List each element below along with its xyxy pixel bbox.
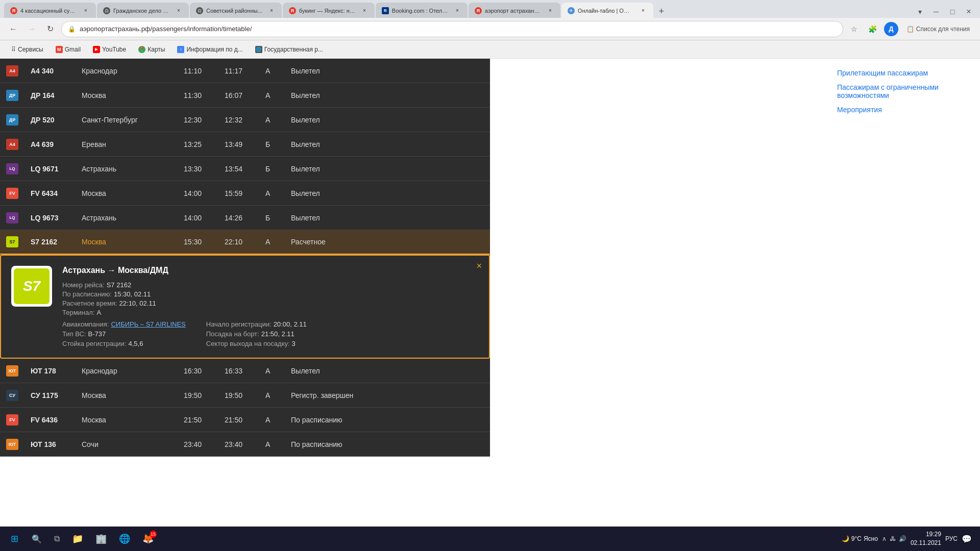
tab-2[interactable]: ⚖ Гражданское дело 8... × — [97, 3, 189, 19]
bookmark-maps[interactable]: 📍 Карты — [133, 43, 170, 56]
flight-row[interactable]: A4 А4 340 Краснодар 11:10 11:17 А Вылете… — [0, 59, 490, 83]
popup-close-button[interactable]: × — [476, 261, 482, 271]
content-area: A4 А4 340 Краснодар 11:10 11:17 А Вылете… — [0, 59, 980, 551]
tabs-overflow: ▾ ─ □ × — [913, 5, 976, 19]
flight-row[interactable]: ДР ДР 164 Москва 11:30 16:07 А Вылетел — [0, 83, 490, 108]
bookmark-star-button[interactable]: ☆ — [847, 22, 862, 36]
flight-row[interactable]: СУ СУ 1175 Москва 19:50 19:50 А Регистр.… — [0, 383, 490, 408]
flight-row[interactable]: A4 А4 639 Ереван 13:25 13:49 Б Вылетел — [0, 132, 490, 157]
logo-box: ДР — [6, 114, 18, 126]
reading-list-button[interactable]: 📋 Список для чтения — [902, 23, 974, 35]
airline-link[interactable]: СИБИРЬ – S7 AIRLINES — [111, 320, 185, 328]
tab-5-label: Booking.com : Отели... — [392, 8, 448, 14]
tab-3[interactable]: ⚖ Советский районны... × — [190, 3, 282, 19]
clock-display[interactable]: 19:29 02.11.2021 — [911, 530, 941, 547]
state-icon: 🌐 — [255, 46, 262, 53]
terminal: А — [259, 189, 285, 197]
bookmark-state[interactable]: 🌐 Государственная р... — [250, 43, 328, 56]
flight-number: LQ 9673 — [24, 214, 76, 222]
flight-status: Вылетел — [285, 67, 361, 75]
tab-3-close[interactable]: × — [267, 7, 276, 15]
airline-logo-lq-9673: LQ — [0, 212, 24, 223]
airline-logo-su-1175: СУ — [0, 390, 24, 401]
flight-destination-orange: Москва — [76, 238, 178, 246]
security-icon: 🔒 — [68, 26, 76, 33]
tab-2-close[interactable]: × — [175, 7, 183, 15]
reg-start-value: 20:00, 2.11 — [274, 320, 307, 328]
flight-destination: Москва — [76, 416, 178, 424]
airline-label: Авиакомпания: — [62, 320, 109, 328]
flight-row[interactable]: ЮТ ЮТ 136 Сочи 23:40 23:40 А По расписан… — [0, 432, 490, 457]
bookmark-info[interactable]: i Информация по д... — [172, 43, 248, 56]
tab-6[interactable]: Я аэропорт астрахань... × — [469, 3, 560, 19]
flight-row[interactable]: ЮТ ЮТ 178 Краснодар 16:30 16:33 А Вылете… — [0, 359, 490, 383]
taskbar-right-area: 🌙 9°С Ясно ∧ 🖧 🔊 19:29 02.11.2021 РУС 💬 — [842, 530, 976, 547]
chevron-up-icon[interactable]: ∧ — [882, 535, 887, 542]
taskbar-app-15[interactable]: 🦊 15 — [137, 529, 159, 549]
weather-icon: 🌙 — [842, 535, 849, 542]
logo-box: СУ — [6, 390, 18, 401]
back-button[interactable]: ← — [6, 22, 20, 36]
forward-button[interactable]: → — [24, 22, 39, 36]
bookmark-services[interactable]: ⠿ Сервисы — [6, 43, 48, 56]
flight-row[interactable]: LQ LQ 9673 Астрахань 14:00 14:26 Б Вылет… — [0, 206, 490, 230]
taskbar-file-explorer[interactable]: 📁 — [67, 529, 88, 549]
tab-6-close[interactable]: × — [546, 7, 554, 15]
bookmark-youtube[interactable]: ▶ YouTube — [88, 43, 131, 56]
airline-logo-lq-9671: LQ — [0, 163, 24, 174]
scheduled-time: 13:25 — [178, 140, 218, 148]
flight-row[interactable]: FV FV 6434 Москва 14:00 15:59 А Вылетел — [0, 181, 490, 206]
extension-puzzle-button[interactable]: 🧩 — [866, 22, 880, 36]
sidebar-link-events[interactable]: Мероприятия — [837, 106, 970, 114]
tab-1[interactable]: Я 4 кассационный суд... × — [4, 3, 96, 19]
tab-5[interactable]: B Booking.com : Отели... × — [376, 3, 468, 19]
notification-center-icon[interactable]: 💬 — [962, 534, 972, 544]
sidebar-link-accessibility[interactable]: Пассажирам с ограниченными возможностями — [837, 83, 970, 99]
popup-actual-line: Расчетное время: 22:10, 02.11 — [62, 299, 479, 307]
flight-number: А4 340 — [24, 67, 76, 75]
logo-box: LQ — [6, 212, 18, 223]
reading-icon: 📋 — [906, 26, 914, 33]
taskbar-search[interactable]: 🔍 — [27, 529, 47, 549]
flight-row-s7-2162[interactable]: S7 S7 2162 Москва 15:30 22:10 А Расчетно… — [0, 230, 490, 255]
tab-1-close[interactable]: × — [82, 7, 90, 15]
flight-row[interactable]: LQ LQ 9671 Астрахань 13:30 13:54 Б Вылет… — [0, 157, 490, 181]
tab-5-close[interactable]: × — [453, 7, 461, 15]
flight-destination: Краснодар — [76, 67, 178, 75]
tab-7-close[interactable]: × — [639, 7, 647, 15]
logo-box: FV — [6, 414, 18, 425]
refresh-button[interactable]: ↻ — [43, 22, 57, 36]
close-window-button[interactable]: × — [962, 5, 976, 19]
start-button[interactable]: ⊞ — [4, 529, 24, 549]
bookmark-gmail[interactable]: M Gmail — [51, 43, 86, 56]
popup-regstart-line: Начало регистрации: 20:00, 2.11 — [206, 320, 307, 328]
actual-label: Расчетное время: — [62, 299, 117, 307]
terminal: Б — [259, 140, 285, 148]
profile-avatar[interactable]: Д — [884, 22, 898, 36]
browser-frame: Я 4 кассационный суд... × ⚖ Гражданское … — [0, 0, 980, 551]
address-bar[interactable]: 🔒 аэропортастрахань.рф/passengers/inform… — [61, 21, 843, 37]
flight-status: Вылетел — [285, 91, 361, 99]
tab-7-label: Онлайн-табло | Офи... — [578, 8, 634, 14]
sidebar-link-arriving[interactable]: Прилетающим пассажирам — [837, 69, 970, 77]
taskbar-task-view[interactable]: ⧉ — [49, 529, 65, 549]
new-tab-button[interactable]: + — [654, 5, 669, 19]
minimize-button[interactable]: ─ — [929, 5, 943, 19]
flight-row[interactable]: ДР ДР 520 Санкт-Петербург 12:30 12:32 А … — [0, 108, 490, 132]
tab-4[interactable]: Я букинг — Яндекс: на... × — [283, 3, 375, 19]
flight-status: Вылетел — [285, 165, 361, 173]
tab-4-close[interactable]: × — [360, 7, 369, 15]
current-time: 19:29 — [911, 530, 941, 539]
scheduled-time: 15:30 — [178, 238, 218, 246]
tab-7[interactable]: ✈ Онлайн-табло | Офи... × — [561, 3, 653, 19]
flight-row[interactable]: FV FV 6436 Москва 21:50 21:50 А По распи… — [0, 408, 490, 432]
taskbar-chrome[interactable]: 🌐 — [114, 529, 135, 549]
taskbar-office[interactable]: 🏢 — [90, 529, 112, 549]
language-indicator[interactable]: РУС — [945, 535, 958, 542]
tabs-dropdown-button[interactable]: ▾ — [913, 5, 927, 19]
flight-status: По расписанию — [285, 416, 361, 424]
airline-logo-a4-340: A4 — [0, 65, 24, 77]
popup-flight-number-line: Номер рейса: S7 2162 — [62, 281, 479, 289]
restore-button[interactable]: □ — [945, 5, 960, 19]
flight-number: FV 6436 — [24, 416, 76, 424]
